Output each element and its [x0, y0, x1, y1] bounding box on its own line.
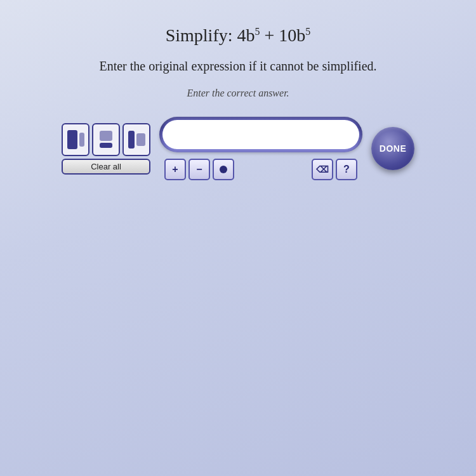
tiles-row: [62, 123, 150, 156]
tile-1-right: [79, 133, 84, 147]
tile-2-top: [100, 131, 112, 141]
tile-2-bot: [100, 143, 112, 148]
tile-1[interactable]: [62, 123, 89, 156]
tile-1-left: [67, 130, 77, 149]
answer-input[interactable]: [162, 120, 359, 149]
circle-button[interactable]: [213, 159, 234, 180]
minus-button[interactable]: −: [188, 159, 210, 180]
tile-3-a: [128, 131, 135, 149]
tile-panel: Clear all: [62, 123, 150, 175]
tile-2[interactable]: [92, 123, 120, 156]
input-row: Clear all + − ⌫ ? DONE: [62, 117, 414, 180]
instruction-text: Enter the original expression if it cann…: [99, 57, 376, 75]
backspace-button[interactable]: ⌫: [312, 159, 333, 180]
prompt-text: Enter the correct answer.: [187, 88, 289, 99]
tile-3-b: [136, 133, 145, 146]
bottom-controls: + − ⌫ ?: [159, 159, 362, 180]
plus-button[interactable]: +: [164, 159, 186, 180]
right-ctrl-group: ⌫ ?: [312, 159, 357, 180]
left-ctrl-group: + −: [164, 159, 234, 180]
page-wrapper: Simplify: 4b5 + 10b5 Enter the original …: [0, 0, 476, 180]
done-button[interactable]: DONE: [371, 127, 414, 170]
answer-input-wrapper: + − ⌫ ?: [159, 117, 362, 180]
tile-3[interactable]: [122, 123, 150, 156]
answer-input-bg: [159, 117, 362, 152]
clear-all-button[interactable]: Clear all: [62, 159, 150, 175]
help-button[interactable]: ?: [336, 159, 357, 180]
question-title: Simplify: 4b5 + 10b5: [166, 25, 311, 46]
